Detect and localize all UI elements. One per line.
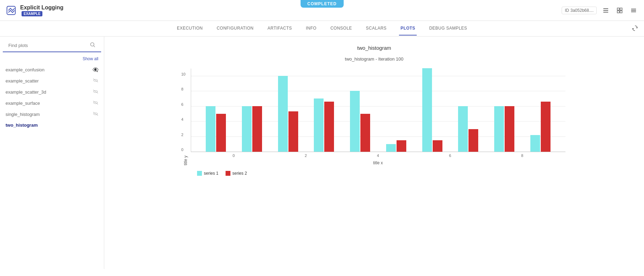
svg-point-11: [91, 43, 94, 46]
app-logo: Explicit Logging EXAMPLE: [6, 5, 63, 16]
chart-title: two_histogram: [113, 45, 636, 51]
sidebar-item-label: example_scatter: [6, 78, 39, 84]
sidebar-item-two-histogram[interactable]: two_histogram: [0, 120, 104, 131]
legend-item-series1: series 1: [197, 171, 219, 176]
svg-rect-7: [620, 11, 622, 13]
chart-wrapper: title y 0246810 02468 title x series 1 s…: [183, 69, 565, 176]
chart-subtitle: two_histogram - Iteration 100: [113, 56, 636, 62]
svg-rect-4: [617, 8, 619, 10]
menu-button[interactable]: [629, 6, 638, 15]
x-tick-label: 2: [270, 153, 342, 158]
show-all-button[interactable]: Show all: [83, 56, 98, 61]
chart-area: title y 0246810 02468 title x: [183, 69, 565, 165]
id-label: ID: [565, 8, 569, 13]
bar-series1: [386, 144, 396, 152]
bar-series2: [288, 111, 298, 152]
sidebar-item-label: single_histogram: [6, 112, 40, 117]
svg-rect-1: [603, 8, 608, 9]
svg-rect-8: [631, 9, 636, 9]
chart-grid: 0246810: [191, 69, 565, 152]
layout-button[interactable]: [615, 6, 625, 15]
svg-rect-3: [603, 12, 608, 13]
app-title: Explicit Logging: [20, 5, 63, 11]
tab-plots[interactable]: PLOTS: [399, 22, 417, 36]
list-view-button[interactable]: [601, 6, 611, 15]
sidebar-item-single-histogram[interactable]: single_histogram: [0, 109, 104, 120]
show-all-row: Show all: [0, 55, 104, 64]
search-container: [3, 42, 101, 52]
bar-series1: [350, 91, 360, 152]
search-input[interactable]: [8, 43, 90, 48]
status-badge: COMPLETED: [300, 0, 343, 8]
svg-rect-2: [603, 10, 608, 11]
list-icon: [603, 7, 609, 14]
sidebar-item-label: example_scatter_3d: [6, 89, 46, 95]
search-icon[interactable]: [90, 42, 96, 49]
chart-inner: 0246810 02468 title x: [191, 69, 565, 165]
x-tick-label: 8: [486, 153, 559, 158]
eye-slash-icon: 👁‍🗨: [92, 67, 98, 72]
y-tick-label: 10: [181, 72, 186, 76]
svg-line-12: [94, 46, 95, 47]
sidebar-item-example-scatter-3d[interactable]: example_scatter_3d: [0, 86, 104, 97]
bar-group: [198, 106, 234, 152]
layout-icon: [617, 7, 623, 14]
refresh-icon: [631, 25, 638, 32]
x-tick-label: 0: [198, 153, 270, 158]
svg-rect-9: [631, 10, 636, 11]
logo-icon: [6, 5, 17, 16]
bar-group: [234, 106, 270, 152]
bar-group: [270, 76, 306, 152]
svg-rect-5: [620, 8, 622, 10]
bar-group: [306, 98, 342, 152]
sidebar-item-label: two_histogram: [6, 123, 38, 128]
legend-color-series1: [197, 171, 202, 176]
legend-label-series2: series 2: [233, 171, 247, 176]
x-axis-label: title x: [191, 160, 565, 165]
bar-series2: [505, 106, 514, 152]
bar-series1: [458, 106, 468, 152]
y-tick-label: 8: [181, 87, 184, 91]
id-value: 3a052b68....: [570, 8, 594, 13]
bar-series2: [541, 102, 551, 152]
hamburger-icon: [630, 7, 637, 14]
eye-slash-icon: [93, 111, 98, 117]
y-tick-label: 2: [181, 133, 184, 137]
sidebar-item-example-confusion[interactable]: example_confusion 👁‍🗨: [0, 64, 104, 75]
sidebar-item-example-scatter[interactable]: example_scatter: [0, 75, 104, 86]
tab-info[interactable]: INFO: [304, 22, 318, 36]
bar-group: [414, 68, 450, 152]
bar-series2: [433, 140, 442, 152]
bar-series1: [530, 135, 540, 152]
x-tick-label: 4: [342, 153, 414, 158]
tab-console[interactable]: CONSOLE: [329, 22, 353, 36]
y-tick-label: 0: [181, 148, 184, 152]
y-tick-label: 4: [181, 117, 184, 121]
tab-execution[interactable]: EXECUTION: [176, 22, 204, 36]
refresh-button[interactable]: [631, 25, 638, 33]
svg-rect-10: [631, 11, 636, 12]
legend-color-series2: [226, 171, 230, 176]
y-tick-label: 6: [181, 102, 184, 107]
tab-debug-samples[interactable]: DEBUG SAMPLES: [428, 22, 468, 36]
svg-rect-6: [617, 11, 619, 13]
bar-series2: [468, 129, 478, 152]
bar-series2: [252, 106, 262, 152]
bar-series2: [216, 114, 226, 152]
tab-configuration[interactable]: CONFIGURATION: [215, 22, 255, 36]
sidebar: Show all example_confusion 👁‍🗨 example_s…: [0, 37, 104, 269]
sidebar-item-example-surface[interactable]: example_surface: [0, 97, 104, 109]
tab-artifacts[interactable]: ARTIFACTS: [266, 22, 293, 36]
eye-slash-icon: [93, 100, 98, 106]
eye-slash-icon: [93, 78, 98, 84]
bar-group: [522, 102, 559, 152]
bar-series1: [422, 68, 432, 152]
main-layout: Show all example_confusion 👁‍🗨 example_s…: [0, 37, 644, 269]
sidebar-item-label: example_confusion: [6, 67, 44, 72]
bar-series1: [242, 106, 252, 152]
header-actions: ID 3a052b68....: [562, 6, 638, 15]
tab-scalars[interactable]: SCALARS: [365, 22, 388, 36]
example-badge: EXAMPLE: [22, 11, 42, 16]
bar-group: [450, 106, 486, 152]
bar-series1: [278, 76, 288, 152]
